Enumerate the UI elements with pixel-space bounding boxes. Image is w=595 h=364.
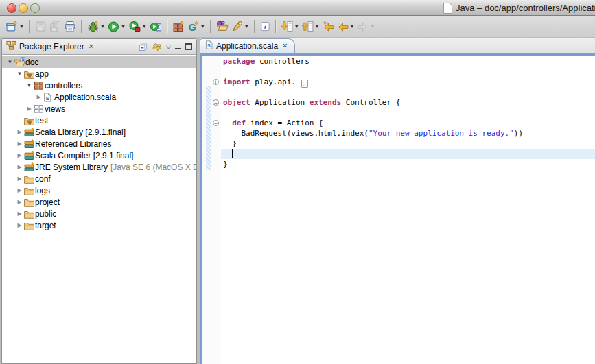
- code-line[interactable]: [221, 66, 595, 77]
- search-button[interactable]: ▼: [230, 19, 250, 35]
- code-line[interactable]: BadRequest(views.html.index("Your new ap…: [221, 128, 595, 138]
- range-indicator: [206, 86, 211, 170]
- tree-item-label: target: [35, 221, 56, 230]
- last-edit-location-button[interactable]: [321, 19, 336, 35]
- collapsed-arrow-icon[interactable]: ▶: [16, 210, 23, 217]
- dropdown-arrow-icon[interactable]: ▼: [200, 24, 205, 29]
- code-line[interactable]: [221, 108, 595, 118]
- tree-item-label: Referenced Libraries: [35, 139, 111, 149]
- link-with-editor-button[interactable]: [152, 42, 162, 51]
- dropdown-arrow-icon[interactable]: ▼: [121, 24, 126, 29]
- collapsed-arrow-icon[interactable]: ▶: [16, 141, 23, 147]
- code-text[interactable]: package controllersimport play.api._‥obj…: [221, 56, 595, 364]
- debug-button[interactable]: ▼: [86, 19, 106, 35]
- scala-file-icon: S: [43, 92, 54, 103]
- prev-annotation-button[interactable]: ▼: [301, 19, 321, 35]
- keyword-token: extends: [310, 98, 341, 107]
- collapsed-arrow-icon[interactable]: ▶: [16, 129, 23, 135]
- collapsed-arrow-icon[interactable]: ▶: [16, 152, 23, 158]
- package-empty-icon: [33, 104, 45, 114]
- tree-item-application-scala[interactable]: ▶SApplication.scala: [2, 91, 196, 103]
- tree-item-public[interactable]: ▶public: [2, 208, 196, 219]
- collapsed-arrow-icon[interactable]: ▶: [16, 199, 23, 205]
- close-window-button[interactable]: [7, 3, 16, 13]
- tree-item-doc[interactable]: ▼Sdoc: [2, 56, 196, 68]
- folder-icon: [23, 173, 35, 184]
- folder-icon: [23, 185, 35, 196]
- tree-item-controllers[interactable]: ▼controllers: [2, 80, 196, 91]
- collapse-all-button[interactable]: [138, 42, 148, 51]
- code-line[interactable]: def index = Action {: [221, 118, 595, 128]
- code-editor[interactable]: +−− package controllersimport play.api._…: [202, 56, 595, 364]
- tree-item-label: Scala Compiler [2.9.1.final]: [35, 151, 133, 160]
- expanded-arrow-icon[interactable]: ▼: [6, 59, 14, 65]
- code-line[interactable]: import play.api._‥: [221, 77, 595, 87]
- scala-project-icon: S: [14, 57, 25, 68]
- dropdown-arrow-icon[interactable]: ▼: [100, 24, 105, 29]
- editor-tab-application-scala[interactable]: S Application.scala ✕: [200, 38, 295, 53]
- close-editor-icon[interactable]: ✕: [281, 43, 289, 49]
- print-button[interactable]: [62, 19, 78, 35]
- code-token: play.api._: [250, 77, 301, 86]
- fold-collapse-icon[interactable]: −: [213, 120, 219, 126]
- package-explorer-view: Package Explorer ✕ ▽ ▼Sdoc▼app▼controlle…: [1, 38, 197, 364]
- code-line[interactable]: [221, 87, 595, 97]
- run-button[interactable]: ▼: [106, 19, 127, 35]
- close-view-icon[interactable]: ✕: [87, 43, 95, 50]
- collapsed-arrow-icon[interactable]: ▶: [16, 187, 23, 193]
- tree-item-logs[interactable]: ▶logs: [2, 184, 196, 196]
- tree-item-scala-compiler-2-9-1-final[interactable]: ▶Scala Compiler [2.9.1.final]: [2, 149, 196, 161]
- new-wizard-button[interactable]: ▼: [5, 19, 25, 35]
- tree-item-app[interactable]: ▼app: [2, 68, 196, 80]
- code-line[interactable]: package controllers: [221, 56, 595, 66]
- view-menu-button[interactable]: ▽: [166, 43, 171, 50]
- toolbar-separator: [167, 20, 168, 33]
- minimize-view-button[interactable]: [175, 45, 181, 49]
- tree-item-label: public: [35, 209, 56, 219]
- toolbar-group: ▼: [3, 19, 27, 35]
- new-scala-element-button[interactable]: G▼: [186, 19, 207, 35]
- dropdown-arrow-icon[interactable]: ▼: [350, 24, 355, 29]
- collapsed-arrow-icon[interactable]: ▶: [16, 164, 23, 170]
- collapsed-arrow-icon[interactable]: ▶: [16, 175, 23, 182]
- expanded-arrow-icon[interactable]: ▼: [25, 82, 33, 88]
- zoom-window-button[interactable]: [30, 3, 40, 13]
- collapsed-arrow-icon[interactable]: ▶: [35, 94, 43, 100]
- tree-item-jre-system-library[interactable]: ▶JRE System Library[Java SE 6 (MacOS X D…: [2, 161, 196, 173]
- dropdown-arrow-icon[interactable]: ▼: [142, 24, 147, 29]
- package-explorer-tab[interactable]: Package Explorer ✕: [2, 39, 100, 54]
- maximize-view-button[interactable]: [185, 43, 192, 50]
- fold-collapse-icon[interactable]: −: [213, 99, 219, 106]
- run-external-button[interactable]: [148, 19, 163, 35]
- annotation-ruler[interactable]: +−−: [202, 56, 221, 364]
- back-button[interactable]: ▼: [336, 19, 356, 35]
- info-button[interactable]: i: [259, 19, 272, 35]
- tree-item-project[interactable]: ▶project: [2, 196, 196, 208]
- tree-item-views[interactable]: ▶views: [2, 103, 196, 114]
- collapsed-arrow-icon[interactable]: ▶: [25, 106, 33, 112]
- code-line[interactable]: object Application extends Controller {: [221, 97, 595, 108]
- minimize-window-button[interactable]: [19, 3, 28, 13]
- toolbar-group: G▼: [170, 19, 209, 35]
- run-coverage-button[interactable]: ▼: [127, 19, 148, 35]
- code-line[interactable]: }: [221, 159, 595, 169]
- tree-item-scala-library-2-9-1-final[interactable]: ▶Scala Library [2.9.1.final]: [2, 126, 196, 138]
- fold-expand-icon[interactable]: +: [213, 79, 219, 85]
- code-line[interactable]: [221, 149, 595, 159]
- dropdown-arrow-icon[interactable]: ▼: [315, 24, 320, 29]
- dropdown-arrow-icon[interactable]: ▼: [294, 24, 299, 29]
- tree-item-target[interactable]: ▶target: [2, 219, 196, 231]
- tree-item-referenced-libraries[interactable]: ▶Referenced Libraries: [2, 138, 196, 149]
- collapsed-arrow-icon[interactable]: ▶: [16, 222, 23, 228]
- dropdown-arrow-icon[interactable]: ▼: [19, 24, 24, 29]
- code-line[interactable]: }: [221, 138, 595, 149]
- expanded-arrow-icon[interactable]: ▼: [16, 71, 23, 77]
- src-folder-icon: [23, 115, 35, 126]
- next-annotation-button[interactable]: ▼: [280, 19, 301, 35]
- dropdown-arrow-icon[interactable]: ▼: [370, 24, 375, 29]
- new-java-project-button[interactable]: [172, 19, 186, 35]
- tree-item-conf[interactable]: ▶conf: [2, 173, 196, 184]
- dropdown-arrow-icon[interactable]: ▼: [244, 24, 249, 29]
- open-type-button[interactable]: [215, 19, 230, 35]
- tree-item-test[interactable]: test: [2, 114, 196, 126]
